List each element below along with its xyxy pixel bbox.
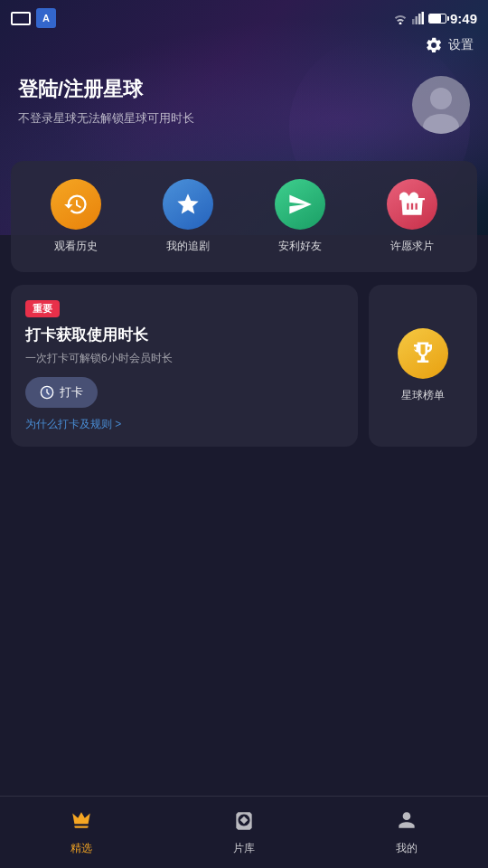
login-section[interactable]: 登陆/注册星球 不登录星球无法解锁星球可用时长 xyxy=(0,61,488,152)
wishlist-icon xyxy=(387,179,437,230)
history-icon xyxy=(51,179,101,230)
recommend-icon xyxy=(275,179,325,230)
leaderboard-card[interactable]: 星球榜单 xyxy=(369,285,477,447)
cards-row: 重要 打卡获取使用时长 一次打卡可解锁6小时会员时长 打卡 为什么打卡及规则 > xyxy=(11,285,477,447)
screen-icon xyxy=(11,12,31,25)
nav-mine[interactable]: 我的 xyxy=(377,801,436,863)
bottom-navigation: 精选 片库 我的 xyxy=(0,796,488,868)
leaderboard-label: 星球榜单 xyxy=(401,388,445,403)
avatar-icon xyxy=(412,76,470,134)
action-history[interactable]: 观看历史 xyxy=(40,179,112,254)
status-right-icons: 9:49 xyxy=(392,11,477,26)
checkin-card: 重要 打卡获取使用时长 一次打卡可解锁6小时会员时长 打卡 为什么打卡及规则 > xyxy=(11,285,358,447)
login-title: 登陆/注册星球 xyxy=(18,76,194,103)
settings-button[interactable]: 设置 xyxy=(425,36,474,54)
svg-rect-0 xyxy=(412,19,415,24)
settings-icon xyxy=(425,36,443,54)
checkin-description: 一次打卡可解锁6小时会员时长 xyxy=(25,351,343,366)
recommend-label: 安利好友 xyxy=(278,239,322,254)
svg-rect-2 xyxy=(418,14,421,24)
svg-rect-1 xyxy=(415,16,418,24)
wishlist-label: 许愿求片 xyxy=(390,239,434,254)
a-icon: A xyxy=(36,8,56,28)
signal-icon xyxy=(412,12,425,24)
settings-label: 设置 xyxy=(448,37,474,53)
main-content: 观看历史 我的追剧 安利好友 xyxy=(0,161,488,447)
action-following[interactable]: 我的追剧 xyxy=(152,179,224,254)
checkin-badge: 重要 xyxy=(25,300,60,317)
checkin-title: 打卡获取使用时长 xyxy=(25,325,343,345)
nav-library[interactable]: 片库 xyxy=(214,801,274,863)
checkin-clock-icon xyxy=(40,385,54,400)
quick-actions-panel: 观看历史 我的追剧 安利好友 xyxy=(11,161,477,272)
trophy-icon xyxy=(398,328,448,379)
mine-label: 我的 xyxy=(396,841,418,856)
history-label: 观看历史 xyxy=(54,239,98,254)
checkin-button-label: 打卡 xyxy=(60,384,83,401)
library-label: 片库 xyxy=(233,841,255,856)
featured-icon xyxy=(70,808,93,837)
checkin-button[interactable]: 打卡 xyxy=(25,377,98,408)
library-icon xyxy=(232,808,256,837)
action-recommend[interactable]: 安利好友 xyxy=(264,179,336,254)
featured-label: 精选 xyxy=(70,841,92,856)
checkin-rules-link[interactable]: 为什么打卡及规则 > xyxy=(25,417,343,432)
login-description: 不登录星球无法解锁星球可用时长 xyxy=(18,110,194,127)
login-text-block: 登陆/注册星球 不登录星球无法解锁星球可用时长 xyxy=(18,76,194,127)
status-bar: A 9:49 xyxy=(0,0,488,36)
following-icon xyxy=(163,179,213,230)
settings-bar: 设置 xyxy=(0,36,488,54)
svg-rect-3 xyxy=(421,12,424,24)
svg-point-5 xyxy=(430,88,452,109)
action-wishlist[interactable]: 许愿求片 xyxy=(376,179,448,254)
wifi-icon xyxy=(392,12,408,24)
following-label: 我的追剧 xyxy=(166,239,210,254)
status-time: 9:49 xyxy=(450,11,477,26)
battery-icon xyxy=(428,14,446,24)
nav-featured[interactable]: 精选 xyxy=(52,801,111,863)
mine-icon xyxy=(395,808,418,837)
status-left-icons: A xyxy=(11,8,56,28)
user-avatar[interactable] xyxy=(412,76,470,134)
